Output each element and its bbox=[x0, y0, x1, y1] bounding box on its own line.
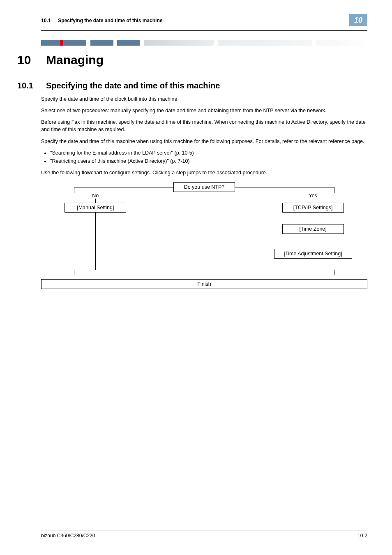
flow-no-label: No bbox=[92, 193, 99, 199]
bullet-list: "Searching for the E-mail address in the… bbox=[41, 149, 367, 165]
page-footer: bizhub C360/C280/C220 10-2 bbox=[41, 530, 367, 539]
flow-time-adjustment-box[interactable]: [Time Adjustment Setting] bbox=[274, 249, 352, 259]
flow-question-box: Do you use NTP? bbox=[173, 182, 235, 192]
running-header: 10.1 Specifying the date and time of thi… bbox=[41, 16, 367, 28]
body-text: Specify the date and time of the clock b… bbox=[41, 95, 367, 176]
header-rule bbox=[41, 30, 367, 31]
footer-page-number: 10-2 bbox=[357, 533, 367, 539]
footer-rule bbox=[41, 530, 367, 530]
chapter-title: Managing bbox=[46, 53, 104, 67]
list-item: "Restricting users of this machine (Acti… bbox=[50, 157, 367, 165]
paragraph: Select one of two procedures: manually s… bbox=[41, 107, 367, 114]
list-item: "Searching for the E-mail address in the… bbox=[50, 149, 367, 157]
paragraph: Specify the date and time of this machin… bbox=[41, 138, 367, 145]
footer-product: bizhub C360/C280/C220 bbox=[41, 533, 95, 539]
decorative-ribbon bbox=[41, 40, 367, 46]
paragraph: Before using Fax in this machine, specif… bbox=[41, 118, 367, 133]
flow-yes-label: Yes bbox=[309, 193, 317, 199]
flow-timezone-box[interactable]: [Time Zone] bbox=[282, 224, 344, 234]
flow-tcpip-box[interactable]: [TCP/IP Settings] bbox=[282, 203, 344, 213]
paragraph: Use the following flowchart to configure… bbox=[41, 169, 367, 176]
paragraph: Specify the date and time of the clock b… bbox=[41, 95, 367, 103]
header-left: 10.1 Specifying the date and time of thi… bbox=[41, 18, 162, 23]
section-number: 10.1 bbox=[17, 81, 46, 90]
header-section-number: 10.1 bbox=[41, 18, 57, 23]
flowchart: Do you use NTP? No Yes [Manual Setting bbox=[41, 182, 367, 289]
section-title: Specifying the date and time of this mac… bbox=[46, 81, 220, 90]
flow-manual-setting-box[interactable]: [Manual Setting] bbox=[65, 203, 126, 213]
chapter-number: 10 bbox=[17, 53, 46, 67]
chapter-tab: 10 bbox=[349, 14, 367, 26]
chapter-heading: 10 Managing bbox=[17, 53, 367, 67]
section-heading: 10.1 Specifying the date and time of thi… bbox=[17, 81, 367, 90]
header-section-title: Specifying the date and time of this mac… bbox=[58, 18, 162, 23]
flow-finish-box: Finish bbox=[41, 279, 367, 289]
